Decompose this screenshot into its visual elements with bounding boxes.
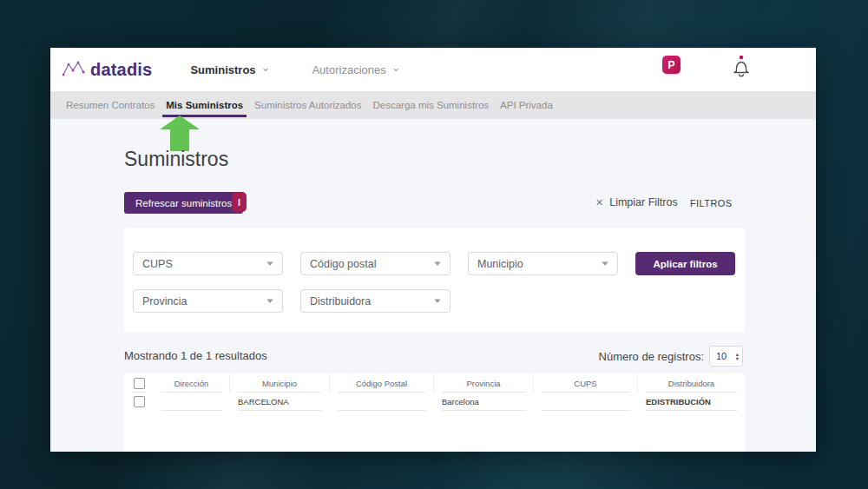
supplies-table: Dirección Municipio Código Postal Provin… — [124, 373, 745, 452]
records-per-page-value: 10 — [716, 351, 736, 361]
main-nav: Suministros ⌄ Autorizaciones ⌄ — [190, 63, 400, 76]
caret-down-icon: ▼ — [265, 260, 275, 268]
column-header-municipio: Municipio — [230, 373, 330, 393]
records-per-page-label: Número de registros: — [535, 350, 704, 363]
dropdown-label: Provincia — [142, 295, 266, 307]
cell-municipio: BARCELONA — [230, 393, 330, 411]
table-header-checkbox-cell — [124, 373, 154, 393]
green-arrow-annotation — [160, 116, 200, 151]
header-right: P — [651, 48, 816, 91]
info-badge[interactable]: I — [232, 192, 247, 212]
dropdown-label: Municipio — [477, 258, 602, 270]
filter-dropdown-cups[interactable]: CUPS ▼ — [133, 252, 283, 275]
filters-toggle-button[interactable]: FILTROS — [690, 198, 732, 208]
nav-label: Suministros — [190, 63, 255, 76]
chevron-down-icon: ⌄ — [261, 63, 271, 72]
spinner-down-icon: ▾ — [736, 356, 739, 360]
cell-distribuidora-link[interactable]: EDISTRIBUCIÓN — [638, 393, 745, 411]
clear-filters-button[interactable]: ✕ Limpiar Filtros — [595, 196, 678, 208]
filter-panel: CUPS ▼ Código postal ▼ Municipio ▼ Aplic… — [124, 228, 745, 332]
filter-dropdown-distribuidora[interactable]: Distribuidora ▼ — [300, 289, 450, 313]
caret-down-icon: ▼ — [432, 260, 443, 268]
brand-wordmark: datadis — [90, 60, 152, 80]
nav-item-suministros[interactable]: Suministros ⌄ — [190, 63, 270, 76]
profile-avatar-badge[interactable]: P — [662, 56, 681, 74]
row-checkbox[interactable] — [134, 396, 145, 407]
page-title: Suministros — [124, 148, 228, 171]
tab-resumen-contratos[interactable]: Resumen Contratos — [66, 91, 155, 119]
cell-codigo-postal — [330, 393, 434, 411]
column-header-direccion: Dirección — [154, 373, 230, 393]
caret-down-icon: ▼ — [265, 297, 275, 305]
clear-filters-label: Limpiar Filtros — [609, 196, 678, 208]
tab-suministros-autorizados[interactable]: Suministros Autorizados — [254, 91, 361, 119]
chevron-down-icon: ⌄ — [391, 63, 401, 72]
caret-down-icon: ▼ — [600, 260, 610, 268]
dropdown-label: Código postal — [310, 258, 434, 270]
page-content: Suministros Refrescar suministros I ✕ Li… — [50, 119, 816, 452]
refresh-supplies-button[interactable]: Refrescar suministros — [124, 192, 243, 214]
datadis-app-window: datadis Suministros ⌄ Autorizaciones ⌄ P — [50, 48, 816, 452]
cell-cups — [534, 393, 638, 411]
column-header-distribuidora: Distribuidora — [638, 373, 745, 393]
column-header-provincia: Provincia — [434, 373, 534, 393]
dropdown-label: CUPS — [142, 258, 266, 270]
close-icon: ✕ — [595, 197, 603, 208]
nav-label: Autorizaciones — [312, 63, 385, 76]
filter-dropdown-municipio[interactable]: Municipio ▼ — [468, 252, 618, 275]
bell-icon — [731, 54, 752, 80]
table-header-row: Dirección Municipio Código Postal Provin… — [124, 373, 745, 393]
filter-dropdown-provincia[interactable]: Provincia ▼ — [133, 289, 283, 313]
cell-direccion — [154, 393, 230, 411]
column-header-cups: CUPS — [534, 373, 638, 393]
dropdown-label: Distribuidora — [310, 295, 434, 307]
nav-item-autorizaciones[interactable]: Autorizaciones ⌄ — [312, 63, 400, 76]
datadis-logo-icon — [62, 61, 85, 78]
row-checkbox-cell — [124, 393, 154, 411]
records-per-page-select[interactable]: 10 ▴ ▾ — [709, 346, 743, 367]
select-all-checkbox[interactable] — [134, 378, 145, 389]
select-spinner-icon: ▴ ▾ — [736, 352, 739, 360]
table-row: BARCELONA Barcelona EDISTRIBUCIÓN — [124, 393, 745, 411]
tab-descarga-mis-suministros[interactable]: Descarga mis Suministros — [372, 91, 489, 119]
presentation-background: datadis Suministros ⌄ Autorizaciones ⌄ P — [0, 0, 868, 489]
results-summary: Mostrando 1 de 1 resultados — [124, 349, 267, 362]
app-header: datadis Suministros ⌄ Autorizaciones ⌄ P — [50, 48, 816, 91]
column-header-codigo-postal: Código Postal — [330, 373, 434, 393]
cell-provincia: Barcelona — [434, 393, 534, 411]
datadis-logo[interactable]: datadis — [62, 60, 152, 80]
notifications-bell-button[interactable] — [731, 54, 752, 80]
apply-filters-button[interactable]: Aplicar filtros — [635, 252, 735, 275]
tab-api-privada[interactable]: API Privada — [500, 91, 553, 119]
filter-dropdown-codigo-postal[interactable]: Código postal ▼ — [300, 252, 450, 275]
caret-down-icon: ▼ — [432, 297, 443, 305]
